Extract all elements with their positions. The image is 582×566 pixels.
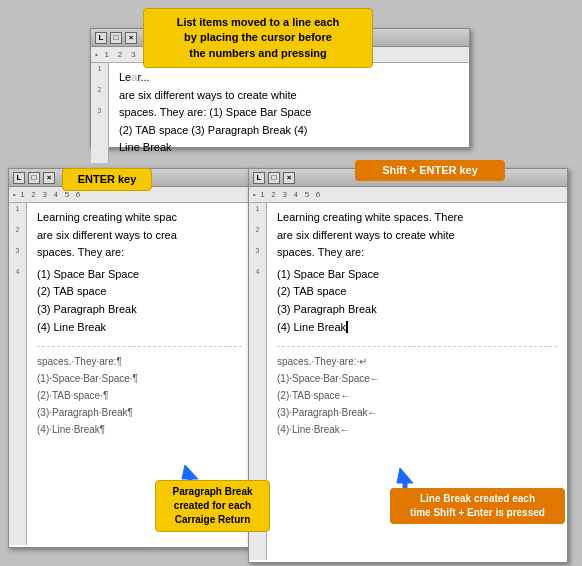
top-callout: List items moved to a line each by placi… — [143, 8, 373, 68]
left-max-btn[interactable]: × — [43, 172, 55, 184]
left-fmt3: (3)·Paragraph·Break¶ — [37, 404, 242, 421]
right-ruler: • 1 2 3 4 5 6 — [249, 187, 567, 203]
left-format-marks: spaces.·They·are:¶ (1)·Space·Bar·Space·¶… — [37, 346, 242, 438]
right-item2: (2) TAB space — [277, 283, 557, 301]
left-fmt-intro: spaces.·They·are:¶ — [37, 353, 242, 370]
right-fmt-intro: spaces.·They·are:·↵ — [277, 353, 557, 370]
left-margin-ruler: 1234 — [9, 203, 27, 545]
left-intro: Learning creating white spac — [37, 209, 242, 227]
left-close-btn[interactable]: L — [13, 172, 25, 184]
top-text-line3: (2) TAB space (3) Paragraph Break (4) — [119, 122, 459, 140]
right-item3: (3) Paragraph Break — [277, 301, 557, 319]
shift-enter-label: Shift + ENTER key — [382, 164, 478, 176]
max-btn[interactable]: × — [125, 32, 137, 44]
left-fmt4: (4)·Line·Break¶ — [37, 421, 242, 438]
top-text-line4: Line Break — [119, 139, 459, 157]
min-btn[interactable]: □ — [110, 32, 122, 44]
top-doc-content: Lear... are six different ways to create… — [109, 63, 469, 163]
left-fmt1: (1)·Space·Bar·Space·¶ — [37, 370, 242, 387]
enter-key-callout: ENTER key — [62, 168, 152, 191]
top-text-line2: spaces. They are: (1) Space Bar Space — [119, 104, 459, 122]
line-break-text: Line Break created each time Shift + Ent… — [410, 493, 545, 518]
top-margin-ruler: 123 — [91, 63, 109, 163]
close-btn[interactable]: L — [95, 32, 107, 44]
right-fmt2: (2)·TAB·space← — [277, 387, 557, 404]
left-item1: (1) Space Bar Space — [37, 266, 242, 284]
right-min-btn[interactable]: □ — [268, 172, 280, 184]
top-text-line1: are six different ways to create white — [119, 87, 459, 105]
right-intro2: are six different ways to create white — [277, 227, 557, 245]
right-fmt4: (4)·Line·Break← — [277, 421, 557, 438]
right-item4: (4) Line Break​ — [277, 319, 557, 337]
left-fmt2: (2)·TAB·space·¶ — [37, 387, 242, 404]
left-intro3: spaces. They are: — [37, 244, 242, 262]
right-intro: Learning creating white spaces. There — [277, 209, 557, 227]
right-fmt3: (3)·Paragraph·Break← — [277, 404, 557, 421]
line-break-callout: Line Break created each time Shift + Ent… — [390, 488, 565, 524]
right-intro3: spaces. They are: — [277, 244, 557, 262]
left-intro2: are six different ways to crea — [37, 227, 242, 245]
left-min-btn[interactable]: □ — [28, 172, 40, 184]
paragraph-break-text: Paragraph Break created for each Carraig… — [172, 486, 252, 525]
left-item4: (4) Line Break — [37, 319, 242, 337]
left-item3: (3) Paragraph Break — [37, 301, 242, 319]
right-item1: (1) Space Bar Space — [277, 266, 557, 284]
right-fmt1: (1)·Space·Bar·Space← — [277, 370, 557, 387]
right-close-btn[interactable]: L — [253, 172, 265, 184]
top-text-partial-start: Lear... — [119, 69, 459, 87]
right-format-marks: spaces.·They·are:·↵ (1)·Space·Bar·Space←… — [277, 346, 557, 438]
paragraph-break-callout: Paragraph Break created for each Carraig… — [155, 480, 270, 532]
top-callout-text: List items moved to a line each by placi… — [177, 16, 340, 59]
enter-key-label: ENTER key — [78, 173, 137, 185]
shift-enter-callout: Shift + ENTER key — [355, 160, 505, 181]
left-item2: (2) TAB space — [37, 283, 242, 301]
right-max-btn[interactable]: × — [283, 172, 295, 184]
